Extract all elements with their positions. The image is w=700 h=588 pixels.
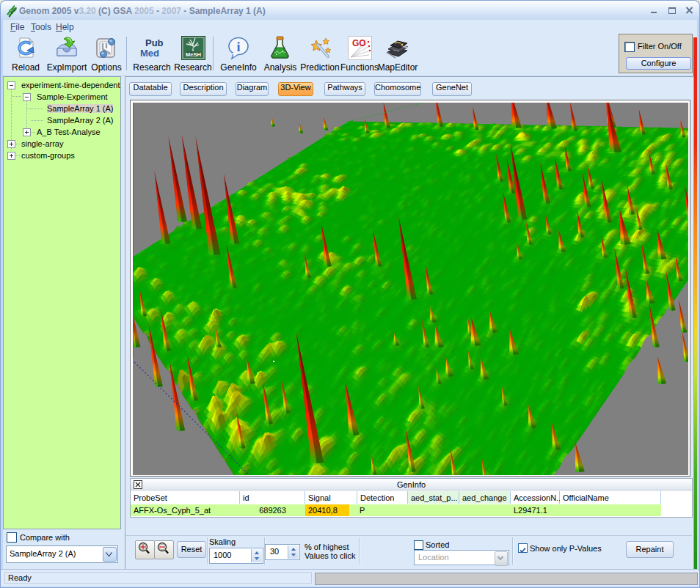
svg-text:MeSH: MeSH xyxy=(186,51,201,58)
svg-text:Pub: Pub xyxy=(145,37,164,48)
svg-text:Med: Med xyxy=(140,48,159,59)
svg-text:GO: GO xyxy=(352,38,366,48)
svg-text:i: i xyxy=(236,40,240,54)
